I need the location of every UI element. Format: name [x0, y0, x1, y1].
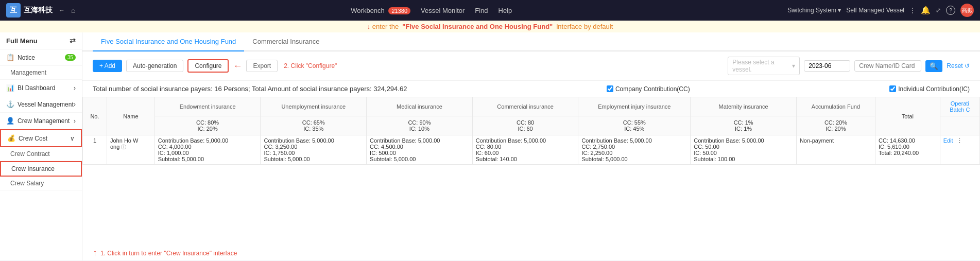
tab-commercial[interactable]: Commercial Insurance — [244, 32, 328, 50]
ic-label: Individual Contribution(IC) — [898, 85, 970, 93]
commercial-cc-ic: CC: 80IC: 60 — [472, 116, 578, 135]
sidebar-crew-contract[interactable]: Crew Contract — [0, 147, 82, 161]
sidebar-item-bi[interactable]: 📊 BI Dashboard › — [0, 80, 82, 96]
toolbar: + Add Auto-generation Configure ← Export… — [82, 51, 980, 81]
annotation-top-bar: ↓ enter the "Five Social Insurance and O… — [0, 21, 980, 32]
sidebar-item-crew-mgmt[interactable]: 👤 Crew Management › — [0, 113, 82, 129]
sidebar-crew-salary[interactable]: Crew Salary — [0, 177, 82, 190]
crew-cost-icon: 💰 — [7, 134, 15, 142]
main-layout: Full Menu ⇄ 📋 Notice 35 Management 📊 BI … — [0, 32, 980, 260]
row-unemployment: Contribution Base: 5,000.00 CC: 3,250.00… — [261, 135, 367, 165]
search-button[interactable]: 🔍 — [925, 60, 942, 72]
row-total: CC: 14,630.00 IC: 5,610.00 Total: 20,240… — [875, 135, 940, 165]
home-icon[interactable]: ⌂ — [71, 6, 75, 14]
export-button[interactable]: Export — [246, 60, 278, 72]
reset-link[interactable]: Reset ↺ — [947, 62, 970, 69]
unemployment-cc-ic: CC: 65%IC: 35% — [261, 116, 367, 135]
vessel-select[interactable]: Please select a vessel. ▾ — [728, 57, 800, 75]
arrow-to-configure: ← — [233, 61, 242, 72]
crew-mgmt-chevron: › — [74, 117, 76, 125]
vessel-monitor-nav[interactable]: Vessel Monitor — [421, 7, 465, 14]
col-maternity-header: Maternity insurance — [691, 97, 797, 116]
table-container: No. Name Endowment insurance Unemploymen… — [82, 97, 980, 246]
more-icon[interactable]: ⋮ — [909, 7, 916, 14]
cc-label: Company Contribution(CC) — [615, 85, 690, 93]
sidebar-notice-label: Notice — [18, 54, 65, 61]
cc-checkbox-label[interactable]: Company Contribution(CC) — [607, 85, 690, 93]
vessel-dropdown-icon: ▾ — [792, 62, 795, 69]
sidebar-crew-insurance[interactable]: Crew Insurance — [0, 161, 82, 177]
nav-right: Switching System ▾ Self Managed Vessel ⋮… — [787, 4, 974, 17]
row-maternity: Contribution Base: 5,000.00 CC: 50.00 IC… — [691, 135, 797, 165]
row-commercial: Contribution Base: 5,000.00 CC: 80.00 IC… — [472, 135, 578, 165]
maternity-cc-ic: CC: 1%IC: 1% — [691, 116, 797, 135]
sidebar-item-vessel[interactable]: ⚓ Vessel Management › — [0, 96, 82, 113]
switching-system[interactable]: Switching System ▾ — [787, 7, 841, 14]
sidebar-crew-cost-label: Crew Cost — [19, 135, 70, 142]
col-operation-header: OperatiBatch C — [940, 97, 979, 116]
row-employment: Contribution Base: 5,000.00 CC: 2,750.00… — [578, 135, 691, 165]
table-row: 1 John Ho Wong ⓘ Contribution Base: 5,00… — [83, 135, 980, 165]
workbench-nav[interactable]: Workbench 21380 — [351, 7, 410, 14]
notice-icon: 📋 — [6, 54, 14, 61]
avatar[interactable]: 高振 — [960, 4, 974, 17]
date-input[interactable] — [804, 60, 850, 72]
row-no: 1 — [83, 135, 107, 165]
annotation-2-text: 2. Click "Configure" — [284, 62, 337, 69]
row-operation[interactable]: Edit ⋮ — [940, 135, 979, 165]
col-accumulation-header: Accumulation Fund — [796, 97, 875, 116]
batch-c-label: Batch C — [950, 107, 970, 113]
sidebar-vessel-label: Vessel Management — [18, 101, 74, 108]
tab-bar: Five Social Insurance and One Housing Fu… — [82, 32, 980, 51]
add-button[interactable]: + Add — [93, 60, 122, 72]
row-endowment: Contribution Base: 5,000.00 CC: 4,000.00… — [154, 135, 261, 165]
sidebar-item-crew-cost[interactable]: 💰 Crew Cost ∨ — [0, 129, 82, 147]
col-employment-header: Employment injury insurance — [578, 97, 691, 116]
logo-icon: 互 — [6, 3, 21, 18]
sidebar-toggle-icon[interactable]: ⇄ — [70, 37, 76, 45]
help-icon[interactable]: ? — [946, 6, 955, 15]
row-medical: Contribution Base: 5,000.00 CC: 4,500.00… — [367, 135, 473, 165]
employment-cc-ic: CC: 55%IC: 45% — [578, 116, 691, 135]
tab-five-social[interactable]: Five Social Insurance and One Housing Fu… — [93, 32, 244, 51]
annotation-text: "Five Social Insurance and One Housing F… — [402, 23, 553, 30]
company-name: 互海科技 — [24, 6, 53, 15]
cc-checkbox[interactable] — [607, 85, 613, 92]
edit-link[interactable]: Edit — [943, 137, 953, 144]
notice-badge: 35 — [65, 54, 76, 61]
auto-generation-button[interactable]: Auto-generation — [126, 60, 183, 72]
stats-bar: Total number of social insurance payers:… — [82, 81, 980, 97]
col-name: Name — [107, 97, 154, 135]
help-nav[interactable]: Help — [498, 7, 512, 14]
self-managed-vessel[interactable]: Self Managed Vessel — [846, 7, 904, 14]
content-area: Five Social Insurance and One Housing Fu… — [82, 32, 980, 260]
back-icon[interactable]: ← — [59, 7, 65, 14]
notification-icon[interactable]: 🔔 — [921, 6, 931, 15]
ic-checkbox[interactable] — [889, 85, 896, 92]
sidebar-header: Full Menu ⇄ — [0, 32, 82, 49]
vessel-chevron: › — [74, 101, 76, 108]
crew-cost-chevron: ∨ — [70, 135, 75, 142]
sidebar-management[interactable]: Management — [0, 66, 82, 80]
expand-icon[interactable]: ⤢ — [936, 7, 941, 14]
sidebar-crew-mgmt-label: Crew Management — [18, 117, 74, 125]
top-navigation: 互 互海科技 ← ⌂ Workbench 21380 Vessel Monito… — [0, 0, 980, 21]
medical-cc-ic: CC: 90%IC: 10% — [367, 116, 473, 135]
insurance-table: No. Name Endowment insurance Unemploymen… — [82, 97, 980, 165]
annotation-arrow: ↓ — [367, 23, 372, 30]
configure-button[interactable]: Configure — [187, 59, 229, 73]
col-endowment-header: Endowment insurance — [154, 97, 261, 116]
more-op-icon[interactable]: ⋮ — [957, 137, 962, 144]
col-total-header: Total — [875, 97, 940, 135]
find-nav[interactable]: Find — [475, 7, 488, 14]
stats-text: Total number of social insurance payers:… — [93, 85, 407, 93]
bottom-annotation-text: 1. Click in turn to enter "Crew Insuranc… — [100, 250, 237, 257]
nav-center: Workbench 21380 Vessel Monitor Find Help — [81, 7, 781, 14]
sidebar-item-notice[interactable]: 📋 Notice 35 — [0, 49, 82, 66]
col-unemployment-header: Unemployment insurance — [261, 97, 367, 116]
col-medical-header: Medical insurance — [367, 97, 473, 116]
ic-checkbox-label[interactable]: Individual Contribution(IC) — [889, 85, 970, 93]
bi-icon: 📊 — [6, 84, 14, 92]
workbench-badge: 21380 — [388, 7, 410, 14]
crew-search-input[interactable] — [854, 60, 921, 72]
